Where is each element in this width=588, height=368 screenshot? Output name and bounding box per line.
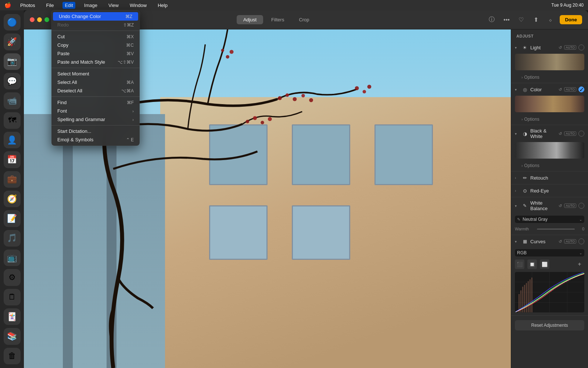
menu-item-dictation[interactable]: Start Dictation...: [51, 127, 140, 135]
bw-toggle[interactable]: [578, 131, 584, 137]
section-whitebalance: ▾ ✎ White Balance ↺ AUTO ✎ Neutral Gray …: [511, 197, 588, 235]
menubar-view[interactable]: View: [106, 2, 121, 9]
font-arrow: ›: [132, 109, 134, 113]
color-auto-badge[interactable]: AUTO: [564, 87, 576, 92]
paste-match-shortcut: ⌥⇧⌘V: [118, 60, 134, 65]
section-redeye-header[interactable]: › ⊙ Red-Eye: [511, 184, 588, 197]
favorite-button[interactable]: ♡: [516, 14, 527, 25]
wb-selector[interactable]: ✎ Neutral Gray ⌄: [515, 216, 584, 223]
section-curves-header[interactable]: ▾ ▦ Curves ↺ AUTO: [511, 235, 588, 248]
light-reset-icon[interactable]: ↺: [559, 45, 562, 50]
menubar-image[interactable]: Image: [82, 2, 100, 9]
select-moment-label: Select Moment: [57, 71, 134, 77]
menu-item-paste-match[interactable]: Paste and Match Style ⌥⇧⌘V: [51, 58, 140, 66]
curves-toggle[interactable]: [578, 238, 584, 244]
section-color-title: Color: [530, 87, 556, 92]
section-wb-header[interactable]: ▾ ✎ White Balance ↺ AUTO: [511, 197, 588, 214]
svg-point-13: [230, 50, 234, 54]
menu-item-font[interactable]: Font ›: [51, 107, 140, 115]
menubar-help[interactable]: Help: [155, 2, 170, 9]
bw-reset-icon[interactable]: ↺: [559, 131, 562, 136]
section-retouch-header[interactable]: › ✏ Retouch: [511, 171, 588, 184]
section-color-header[interactable]: ▾ ◎ Color ↺ AUTO ✓: [511, 83, 588, 96]
bw-auto-badge[interactable]: AUTO: [564, 131, 576, 136]
dock-icon-contacts[interactable]: 👤: [4, 132, 21, 148]
tab-filters[interactable]: Filters: [265, 15, 291, 24]
minimize-button[interactable]: [37, 17, 42, 22]
dock-icon-launchpad[interactable]: 🚀: [4, 33, 21, 50]
wb-toggle[interactable]: [578, 203, 584, 209]
menu-item-copy[interactable]: Copy ⌘C: [51, 41, 140, 49]
curves-reset-icon[interactable]: ↺: [559, 239, 562, 244]
dock-icon-photos[interactable]: 📷: [4, 53, 21, 70]
menu-item-emoji[interactable]: Emoji & Symbols ⌃ E: [51, 135, 140, 144]
color-reset-icon[interactable]: ↺: [559, 87, 562, 92]
curves-mid-eyedropper[interactable]: 🔲: [527, 259, 537, 269]
light-toggle[interactable]: [578, 45, 584, 50]
section-redeye-title: Red-Eye: [530, 188, 584, 194]
dock-icon-stickies[interactable]: 🗒: [4, 289, 21, 305]
dictation-label: Start Dictation...: [57, 128, 134, 134]
menu-item-spelling[interactable]: Spelling and Grammar ›: [51, 115, 140, 124]
dock-icon-messages[interactable]: 💬: [4, 73, 21, 89]
dock-icon-notes[interactable]: 📝: [4, 210, 21, 227]
reset-adjustments-button[interactable]: Reset Adjustments: [515, 320, 584, 330]
menu-item-select-moment[interactable]: Select Moment: [51, 70, 140, 78]
dock-icon-calendar[interactable]: 📅: [4, 151, 21, 168]
emoji-label: Emoji & Symbols: [57, 137, 126, 142]
curves-auto-badge[interactable]: AUTO: [564, 239, 576, 244]
section-light-header[interactable]: ▾ ☀ Light ↺ AUTO: [511, 41, 588, 54]
svg-rect-26: [526, 283, 527, 312]
dock-icon-maps[interactable]: 🗺: [4, 112, 21, 129]
curves-channel-selector[interactable]: RGB ⌄: [515, 249, 584, 256]
dock-icon-system[interactable]: ⚙: [4, 269, 21, 286]
wb-auto-badge[interactable]: AUTO: [564, 204, 576, 208]
dock-icon-slack[interactable]: 💼: [4, 171, 21, 188]
apple-menu[interactable]: 🍎: [4, 2, 11, 8]
section-bw-header[interactable]: ▾ ◑ Black & White ↺ AUTO: [511, 125, 588, 142]
filter-button[interactable]: ⬦: [545, 14, 556, 25]
curves-add-button[interactable]: +: [575, 259, 584, 269]
light-options[interactable]: › Options: [511, 73, 588, 83]
close-button[interactable]: [30, 17, 35, 22]
fullscreen-button[interactable]: [44, 17, 49, 22]
menubar-window[interactable]: Window: [128, 2, 149, 9]
dock-icon-trash[interactable]: 🗑: [4, 348, 21, 364]
light-auto-badge[interactable]: AUTO: [564, 45, 576, 50]
menu-item-find[interactable]: Find ⌘F: [51, 98, 140, 107]
tab-adjust[interactable]: Adjust: [237, 15, 263, 24]
menubar-photos[interactable]: Photos: [18, 2, 37, 9]
color-options[interactable]: › Options: [511, 115, 588, 125]
menubar-edit[interactable]: Edit: [62, 2, 75, 9]
warmth-slider[interactable]: [537, 229, 575, 230]
light-options-label: Options: [524, 75, 539, 80]
curves-dark-eyedropper[interactable]: ⬛: [515, 259, 524, 269]
dock-icon-facetime[interactable]: 📹: [4, 92, 21, 109]
light-preview: [515, 54, 584, 70]
menu-item-cut[interactable]: Cut ⌘X: [51, 32, 140, 41]
dock-icon-solitaire[interactable]: 🃏: [4, 308, 21, 325]
info-button[interactable]: ⓘ: [486, 14, 497, 25]
dock-icon-appletv[interactable]: 📺: [4, 250, 21, 266]
dock-icon-music[interactable]: 🎵: [4, 230, 21, 247]
tab-crop[interactable]: Crop: [292, 15, 316, 24]
dock-icon-safari[interactable]: 🧭: [4, 191, 21, 207]
color-toggle[interactable]: ✓: [578, 86, 584, 92]
wb-reset-icon[interactable]: ↺: [559, 204, 562, 208]
bw-options[interactable]: › Options: [511, 162, 588, 171]
curves-graph[interactable]: [515, 272, 584, 312]
menu-item-select-all[interactable]: Select All ⌘A: [51, 78, 140, 86]
dock-icon-books[interactable]: 📚: [4, 328, 21, 344]
section-wb-chevron: ▾: [515, 204, 519, 208]
more-button[interactable]: •••: [501, 14, 512, 25]
share-button[interactable]: ⬆: [530, 14, 541, 25]
section-wb-title: White Balance: [530, 200, 556, 211]
menu-item-undo[interactable]: Undo Change Color ⌘Z: [53, 12, 138, 21]
curves-light-eyedropper[interactable]: ⬜: [540, 259, 549, 269]
dock-icon-finder[interactable]: 🔵: [4, 14, 21, 31]
spelling-label: Spelling and Grammar: [57, 117, 129, 122]
menu-item-deselect-all[interactable]: Deselect All ⌥⌘A: [51, 86, 140, 95]
menu-item-paste[interactable]: Paste ⌘V: [51, 49, 140, 58]
menubar-file[interactable]: File: [44, 2, 56, 9]
done-button[interactable]: Done: [560, 15, 582, 24]
